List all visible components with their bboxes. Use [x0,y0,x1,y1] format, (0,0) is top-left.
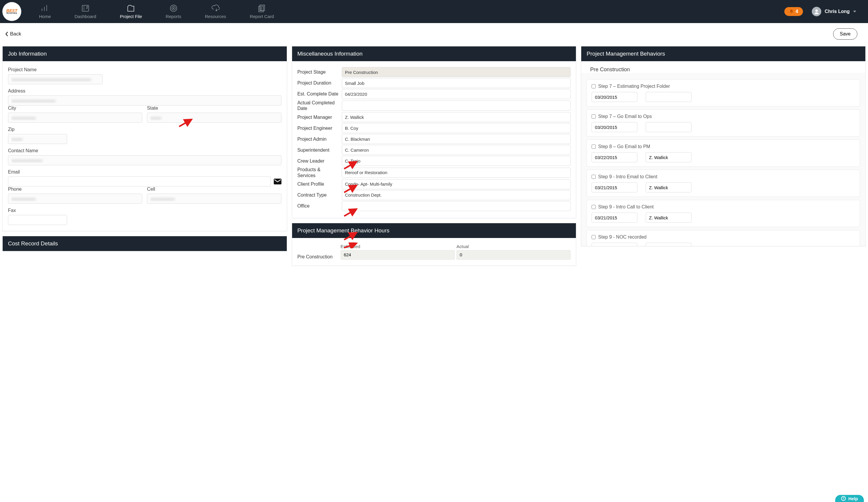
pmb-step-label: Step 7 – Estimating Project Folder [598,84,670,89]
project-name-input[interactable] [8,74,103,84]
pmb-hours-header: Project Management Behavior Hours [292,223,576,238]
pmb-step-date[interactable] [591,152,638,162]
misc-value[interactable]: 04/23/2020 [342,89,571,99]
misc-label: Crew Leader [297,158,339,164]
pmb-step-checkbox[interactable] [591,84,596,89]
misc-label: Actual Completed Date [297,100,339,111]
notification-badge[interactable]: 4 [784,7,803,16]
nav-resources[interactable]: Resources [193,0,238,23]
nav-dashboard[interactable]: Dashboard [63,0,108,23]
bell-icon [789,9,794,14]
pmb-step-assignee[interactable] [646,213,692,223]
email-label: Email [8,170,281,175]
misc-row: Contract TypeConstruction Dept. [297,190,571,200]
pmb-step-label: Step 7 – Go Email to Ops [598,114,652,119]
estimated-input[interactable] [341,250,455,259]
pmb-step-checkbox[interactable] [591,205,596,209]
misc-value[interactable]: Z. Wallick [342,112,571,122]
checklist-icon [81,4,90,12]
email-input[interactable] [8,176,271,186]
misc-row: Actual Completed Date [297,100,571,111]
nav-project-file[interactable]: Project File [108,0,154,23]
actual-input[interactable] [456,250,571,259]
pmb-step-assignee[interactable] [646,152,692,162]
pmb-step-date[interactable] [591,243,638,246]
pmb-hours-row-label: Pre Construction [297,254,339,259]
misc-label: Products & Services [297,167,339,178]
save-button[interactable]: Save [833,28,857,40]
misc-label: Contract Type [297,192,339,198]
nav-home[interactable]: Home [27,0,63,23]
misc-value[interactable]: C. Cameron [342,145,571,155]
address-label: Address [8,89,281,94]
misc-value[interactable]: Reroof or Restoration [342,168,571,178]
misc-row: Est. Complete Date04/23/2020 [297,89,571,99]
pmb-step-assignee[interactable] [646,182,692,193]
misc-label: Project Admin [297,136,339,142]
fax-input[interactable] [8,215,67,225]
svg-point-3 [173,8,174,9]
misc-row: Products & ServicesReroof or Restoration [297,167,571,178]
project-name-label: Project Name [8,67,281,72]
pmb-step-card: Step 9 - Intro Call to Client [587,200,860,227]
folder-icon [127,4,135,12]
pmb-step-checkbox[interactable] [591,175,596,179]
nav-dashboard-label: Dashboard [74,14,96,19]
nav-report-card-label: Report Card [250,14,274,19]
pmb-header: Project Management Behaviors [581,47,865,61]
topbar: BEST ROOFING Home Dashboard Project File… [0,0,868,23]
pmb-step-checkbox[interactable] [591,145,596,149]
cost-record-header: Cost Record Details [3,236,287,251]
misc-value[interactable]: C. Trejo [342,156,571,166]
pmb-step-checkbox[interactable] [591,235,596,239]
bar-chart-icon [41,4,49,12]
nav-home-label: Home [39,14,51,19]
misc-value[interactable]: Small Job [342,78,571,88]
misc-label: Client Profile [297,181,339,187]
job-info-header: Job Information [3,47,287,61]
nav-reports-label: Reports [166,14,181,19]
pmb-step-card: Step 9 - Intro Email to Client [587,170,860,197]
cell-input[interactable] [147,194,281,204]
user-menu[interactable]: Chris Long [812,7,856,16]
pmb-panel: Project Management Behaviors Pre Constru… [581,46,866,246]
address-input[interactable] [8,95,281,105]
email-icon[interactable] [274,178,281,184]
zip-input[interactable] [8,134,67,144]
state-label: State [147,105,281,111]
pmb-step-date[interactable] [591,122,638,132]
pmb-step-date[interactable] [591,213,638,223]
contact-name-label: Contact Name [8,148,281,153]
pmb-step-assignee[interactable] [646,122,692,132]
nav-report-card[interactable]: Report Card [238,0,286,23]
nav-project-file-label: Project File [120,14,142,19]
back-button[interactable]: Back [5,31,21,37]
pmb-step-date[interactable] [591,182,638,193]
misc-value[interactable]: B. Coy [342,123,571,133]
person-icon [814,9,819,14]
phone-input[interactable] [8,194,142,204]
misc-value[interactable] [342,101,571,111]
pmb-step-assignee[interactable] [646,92,692,102]
pmb-step-checkbox[interactable] [591,114,596,119]
pmb-step-assignee[interactable] [646,243,692,246]
misc-value[interactable]: C. Blackman [342,134,571,144]
pmb-step-date[interactable] [591,92,638,102]
notification-count: 4 [796,9,798,14]
nav-reports[interactable]: Reports [154,0,193,23]
fax-label: Fax [8,208,281,213]
zip-label: Zip [8,127,281,132]
misc-value[interactable] [342,201,571,211]
cloud-download-icon [211,4,220,12]
misc-row: Office [297,201,571,211]
chevron-left-icon [5,32,8,37]
pmb-step-card: Step 8 – Go Email to PM [587,140,860,167]
user-name: Chris Long [825,9,850,14]
misc-value[interactable]: Construction Dept. [342,190,571,200]
state-input[interactable] [147,113,281,123]
contact-name-input[interactable] [8,155,281,165]
city-input[interactable] [8,113,142,123]
misc-value[interactable]: Condo- Apt- Multi-family [342,179,571,189]
job-info-panel: Job Information Project Name Address Cit… [2,46,287,231]
misc-info-header: Miscellaneous Information [292,47,576,61]
